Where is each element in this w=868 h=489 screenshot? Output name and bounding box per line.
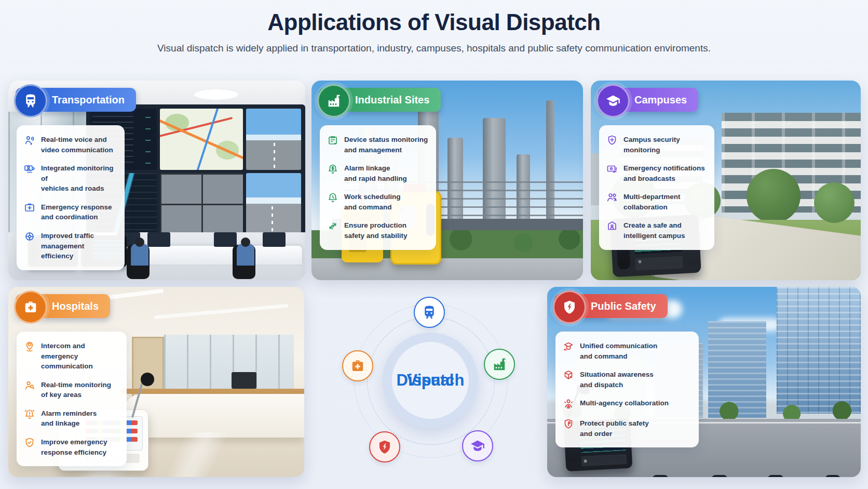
feature-text: Emergency response and coordination <box>41 202 112 222</box>
public-safety-card: POLICE POLICE POLICE POLICE <box>547 287 861 477</box>
industrial-sites-badge: Industrial Sites <box>319 88 441 112</box>
feature-item: Situational awareness and dispatch <box>562 369 692 390</box>
shield-plus-icon <box>606 134 618 147</box>
feature-text: Create a safe and intelligent campus <box>623 220 685 241</box>
public-safety-badge: Public Safety <box>554 294 668 318</box>
device-status-icon <box>327 134 339 147</box>
factory-icon <box>317 84 350 117</box>
transportation-feature-panel: Real-time voice and video communicationI… <box>17 125 125 270</box>
feature-text: Work scheduling and command <box>344 191 401 212</box>
feature-text: Campus security monitoring <box>623 134 680 155</box>
feature-text: Multi-department collaboration <box>623 191 681 212</box>
feature-item: Intercom and emergency communication <box>23 340 120 372</box>
feature-text: Protect public safety and order <box>580 418 649 439</box>
industrial-node <box>484 349 515 380</box>
feature-item: Campus security monitoring <box>606 134 708 155</box>
alarm-linkage-bell-icon <box>327 163 339 175</box>
visual-dispatch-diagram: Visual Dispatch <box>304 287 547 477</box>
steering-wheel-icon <box>23 230 36 243</box>
feature-item: Real-time monitoring of key areas <box>23 379 120 400</box>
feature-item: Emergency notifications and broadcasts <box>606 163 708 183</box>
protect-shield-icon <box>562 418 575 430</box>
badge-label: Industrial Sites <box>355 94 429 106</box>
feature-item: Work scheduling and command <box>327 191 429 212</box>
campuses-feature-panel: Campus security monitoringEmergency noti… <box>599 125 714 250</box>
campus-building-icon <box>606 220 618 232</box>
shield-check-icon <box>23 437 36 449</box>
pin-person-icon <box>23 340 36 353</box>
collaboration-people-icon <box>606 191 618 204</box>
feature-text: Intercom and emergency communication <box>41 340 120 372</box>
industrial-feature-panel: Device status monitoring and managementA… <box>320 125 436 250</box>
diagram-title-line2: Dispatch <box>397 372 465 390</box>
voice-waves-icon <box>23 134 36 147</box>
diagram-center: Visual Dispatch <box>392 342 469 419</box>
visual-dispatch-page: Applications of Visual Dispatch Visual d… <box>0 0 868 489</box>
situational-cube-icon <box>562 369 575 381</box>
feature-item: Create a safe and intelligent campus <box>606 220 708 241</box>
shield-icon <box>553 290 586 324</box>
feature-item: Improved traffic management efficiency <box>23 230 118 261</box>
badge-label: Hospitals <box>52 300 99 312</box>
feature-item: Multi-agency collaboration <box>562 398 692 410</box>
feature-text: Ensure production safety and stability <box>344 220 408 241</box>
alert-bell-icon <box>23 408 36 420</box>
campuses-node <box>462 430 493 461</box>
feature-item: Unified communication and command <box>562 340 692 361</box>
feature-item: Alarm reminders and linkage <box>23 408 120 429</box>
feature-text: Emergency notifications and broadcasts <box>623 163 705 183</box>
feature-text: Device status monitoring and management <box>344 134 428 155</box>
feature-text: Improve emergency response efficiency <box>41 437 107 457</box>
feature-text: Integrated monitoring of vehicles and ro… <box>41 163 118 194</box>
feature-item: Emergency response and coordination <box>23 202 118 222</box>
feature-item: Real-time voice and video communication <box>23 134 118 155</box>
transportation-card: Transportation Real-time voice and video… <box>8 81 305 280</box>
page-subtitle: Visual dispatch is widely applied in tra… <box>0 43 868 54</box>
campuses-card: Campuses Campus security monitoringEmerg… <box>591 81 861 280</box>
feature-item: Multi-department collaboration <box>606 191 708 212</box>
work-schedule-bell-icon <box>327 191 339 204</box>
train-icon <box>14 84 47 117</box>
feature-item: Alarm linkage and rapid handling <box>327 163 429 183</box>
person-monitor-icon <box>23 379 36 392</box>
first-aid-kit-icon <box>23 202 36 214</box>
hospitals-card: Hospitals Intercom and emergency communi… <box>8 287 304 477</box>
public-safety-feature-panel: Unified communication and commandSituati… <box>555 332 699 447</box>
page-title: Applications of Visual Dispatch <box>0 9 868 35</box>
feature-text: Real-time voice and video communication <box>41 134 113 155</box>
transportation-node <box>414 297 445 328</box>
feature-text: Alarm reminders and linkage <box>41 408 97 429</box>
safety-cycle-icon <box>327 220 339 232</box>
feature-text: Situational awareness and dispatch <box>580 369 654 390</box>
feature-text: Multi-agency collaboration <box>580 398 669 408</box>
multi-agency-icon <box>562 398 575 410</box>
industrial-sites-card: Industrial Sites Device status monitorin… <box>311 81 583 280</box>
feature-item: Improve emergency response efficiency <box>23 437 120 457</box>
operator-person <box>232 229 261 279</box>
badge-label: Public Safety <box>591 300 656 312</box>
vehicle-monitoring-icon <box>23 163 36 175</box>
feature-item: Device status monitoring and management <box>327 134 429 155</box>
feature-item: Integrated monitoring of vehicles and ro… <box>23 163 118 194</box>
public-safety-node <box>369 431 400 462</box>
feature-text: Improved traffic management efficiency <box>41 230 118 261</box>
hospitals-feature-panel: Intercom and emergency communicationReal… <box>17 332 127 466</box>
operator-person <box>126 229 155 279</box>
feature-text: Real-time monitoring of key areas <box>41 379 111 400</box>
command-cap-icon <box>562 340 575 353</box>
badge-label: Campuses <box>634 94 687 106</box>
first-aid-icon <box>14 290 47 324</box>
page-header: Applications of Visual Dispatch Visual d… <box>0 9 868 54</box>
feature-item: Ensure production safety and stability <box>327 220 429 241</box>
broadcast-screen-icon <box>606 163 618 175</box>
transportation-badge: Transportation <box>16 88 136 112</box>
campuses-badge: Campuses <box>598 88 698 112</box>
badge-label: Transportation <box>52 94 125 106</box>
feature-text: Alarm linkage and rapid handling <box>344 163 407 183</box>
feature-item: Protect public safety and order <box>562 418 692 439</box>
hospitals-badge: Hospitals <box>16 294 110 318</box>
feature-text: Unified communication and command <box>580 340 657 361</box>
hospitals-node <box>342 350 373 381</box>
graduation-cap-icon <box>596 84 630 117</box>
